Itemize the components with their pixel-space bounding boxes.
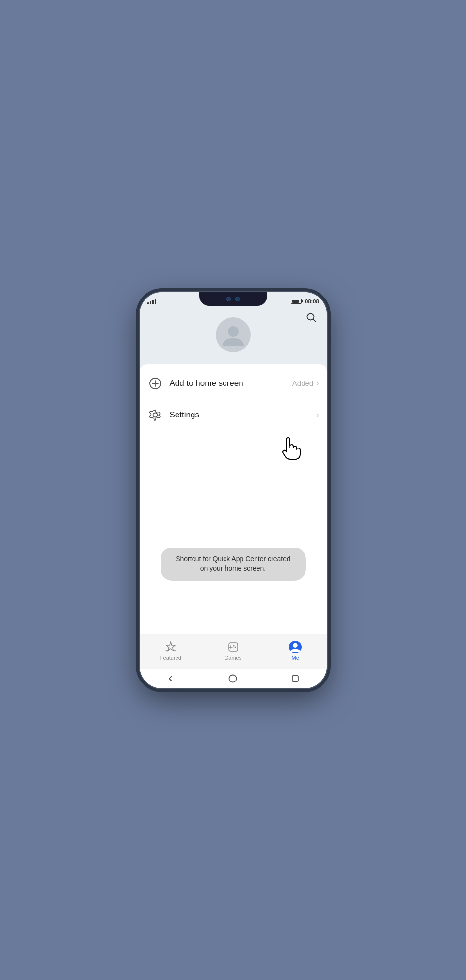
signal-bar-2 xyxy=(150,301,151,304)
add-to-home-label: Add to home screen xyxy=(170,379,292,388)
time-display: 08:08 xyxy=(305,299,319,304)
avatar xyxy=(216,317,251,352)
svg-point-6 xyxy=(153,413,157,417)
bottom-nav: Featured Games xyxy=(140,634,327,669)
nav-games[interactable]: Games xyxy=(202,636,264,664)
svg-point-11 xyxy=(233,645,234,647)
screen: 08:08 xyxy=(140,292,327,688)
signal-bars xyxy=(147,299,156,304)
back-button[interactable] xyxy=(164,672,177,685)
signal-bar-3 xyxy=(152,300,154,304)
svg-point-16 xyxy=(229,675,237,682)
plus-circle-icon xyxy=(147,376,163,391)
settings-chevron: › xyxy=(316,411,319,419)
add-to-home-item[interactable]: Add to home screen Added › xyxy=(147,368,319,399)
search-button[interactable] xyxy=(304,310,319,325)
system-nav xyxy=(140,669,327,688)
add-to-home-status: Added xyxy=(292,379,313,387)
notch xyxy=(199,292,267,306)
games-icon xyxy=(226,640,240,654)
nav-me[interactable]: Me xyxy=(264,636,327,664)
featured-label: Featured xyxy=(160,655,181,661)
cursor-hand xyxy=(276,432,302,462)
main-content: Add to home screen Added › Settings › xyxy=(140,364,327,634)
toast-message: Shortcut for Quick App Center created on… xyxy=(176,555,290,572)
svg-line-1 xyxy=(313,319,316,322)
svg-point-10 xyxy=(234,647,236,648)
toast-notification: Shortcut for Quick App Center created on… xyxy=(161,548,306,580)
signal-bar-1 xyxy=(147,302,149,304)
games-label: Games xyxy=(225,655,241,661)
svg-point-15 xyxy=(293,643,298,648)
status-right: 08:08 xyxy=(291,299,319,304)
battery-icon xyxy=(291,299,303,304)
svg-rect-17 xyxy=(292,676,298,681)
me-icon xyxy=(289,640,302,654)
gear-icon xyxy=(147,407,163,423)
camera-dot xyxy=(226,297,231,301)
phone-frame: 08:08 xyxy=(139,291,328,689)
nav-featured[interactable]: Featured xyxy=(140,636,202,664)
signal-bar-4 xyxy=(155,299,156,304)
sensor-dot xyxy=(235,297,240,301)
settings-item[interactable]: Settings › xyxy=(147,399,319,431)
me-label: Me xyxy=(292,655,299,661)
menu-list: Add to home screen Added › Settings › xyxy=(140,368,327,431)
settings-label: Settings xyxy=(170,410,317,420)
home-button[interactable] xyxy=(226,672,240,685)
featured-icon xyxy=(164,640,177,654)
recents-button[interactable] xyxy=(289,672,302,685)
add-to-home-chevron: › xyxy=(316,379,319,388)
svg-point-2 xyxy=(228,326,239,337)
